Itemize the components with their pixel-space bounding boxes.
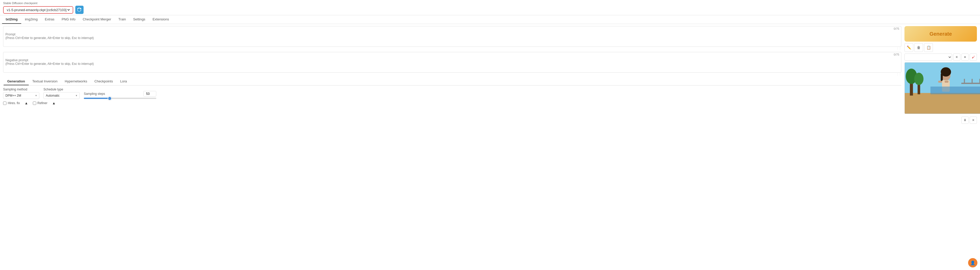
hires-fix-checkbox[interactable] [3, 101, 6, 105]
trash-icon: 🗑 [917, 46, 921, 50]
pen-button[interactable]: ✏️ [904, 43, 913, 52]
clipboard-button[interactable]: 📋 [924, 43, 933, 52]
top-bar: Stable Diffusion checkpoint v1-5-pruned-… [0, 0, 980, 15]
refiner-checkbox[interactable] [33, 101, 36, 105]
clipboard-icon: 📋 [926, 46, 931, 50]
style-select[interactable] [904, 54, 952, 61]
right-panel: Generate ✏️ 🗑 📋 ✕ ▾ 🖌 [904, 26, 977, 124]
sub-tab-checkpoints[interactable]: Checkpoints [91, 78, 117, 85]
prompt-area: 0/75 ⋮⋮ [3, 26, 901, 50]
hires-fix-label[interactable]: Hires. fix [3, 101, 20, 105]
trash-button[interactable]: 🗑 [914, 43, 923, 52]
image-preview [904, 62, 980, 114]
svg-rect-8 [972, 79, 973, 84]
negative-prompt-token-count: 0/75 [894, 53, 899, 56]
sub-tab-lora[interactable]: Lora [116, 78, 130, 85]
generate-button[interactable]: Generate [904, 26, 977, 42]
refresh-checkpoint-button[interactable] [75, 6, 84, 14]
tab-settings[interactable]: Settings [130, 15, 149, 24]
download-icon: ⬇ [964, 118, 966, 122]
style-apply-button[interactable]: 🖌 [970, 54, 977, 61]
checkpoint-selector: v1-5-pruned-emaonly.ckpt [cc6cb27103] [3, 6, 73, 14]
sampling-method-group: Sampling method DPM++ 2M [3, 88, 39, 99]
tab-extras[interactable]: Extras [41, 15, 58, 24]
style-selector-row: ✕ ▾ 🖌 [904, 54, 977, 61]
svg-rect-13 [941, 74, 943, 81]
prompt-token-count: 0/75 [894, 27, 899, 30]
checkpoint-select[interactable]: v1-5-pruned-emaonly.ckpt [cc6cb27103] [6, 8, 71, 12]
svg-rect-17 [930, 87, 980, 94]
left-panel: 0/75 ⋮⋮ 0/75 ⋮⋮ Generation Textual Inver… [3, 26, 901, 124]
sub-tab-generation[interactable]: Generation [4, 78, 29, 85]
svg-rect-1 [905, 93, 980, 114]
tab-png-info[interactable]: PNG Info [58, 15, 79, 24]
refiner-text: Refiner [38, 101, 48, 105]
tab-train[interactable]: Train [115, 15, 130, 24]
schedule-type-select[interactable]: Automatic [43, 92, 80, 99]
negative-prompt-input[interactable] [3, 52, 901, 73]
stable-diffusion-label: Stable Diffusion checkpoint [3, 2, 977, 5]
tab-txt2img[interactable]: txt2img [2, 15, 21, 24]
image-bottom-controls: ⬇ ✕ [904, 117, 977, 124]
sampling-steps-header: Sampling steps [84, 91, 156, 96]
chevron-down-icon: ▾ [964, 55, 966, 59]
schedule-type-group: Schedule type Automatic [43, 88, 80, 99]
main-tabs-bar: txt2img img2img Extras PNG Info Checkpoi… [0, 15, 980, 24]
paint-icon: 🖌 [972, 55, 975, 59]
tab-checkpoint-merger[interactable]: Checkpoint Merger [79, 15, 115, 24]
prompt-resize-handle[interactable]: ⋮⋮ [3, 47, 901, 50]
svg-rect-15 [938, 81, 942, 83]
close-icon: ✕ [955, 55, 958, 59]
style-chevron-button[interactable]: ▾ [961, 54, 969, 61]
negative-prompt-resize-handle[interactable]: ⋮⋮ [3, 73, 901, 76]
download-button[interactable]: ⬇ [961, 117, 969, 124]
svg-rect-7 [964, 79, 965, 84]
sampling-method-select[interactable]: DPM++ 2M [3, 92, 39, 99]
hires-fix-text: Hires. fix [8, 101, 20, 105]
sub-tabs-bar: Generation Textual Inversion Hypernetwor… [3, 78, 901, 85]
sampling-steps-group: Sampling steps [84, 91, 156, 99]
pen-icon: ✏️ [907, 46, 911, 50]
negative-prompt-area: 0/75 ⋮⋮ [3, 52, 901, 76]
prompt-input[interactable] [3, 26, 901, 47]
sampling-steps-label: Sampling steps [84, 92, 105, 96]
hires-fix-arrow[interactable]: ▲ [24, 101, 29, 106]
style-close-button[interactable]: ✕ [953, 54, 960, 61]
refiner-label[interactable]: Refiner [33, 101, 48, 105]
sampling-steps-value[interactable] [143, 91, 156, 96]
schedule-type-select-wrapper: Automatic [43, 92, 80, 99]
sampling-method-label: Sampling method [3, 88, 39, 91]
checkpoint-row: v1-5-pruned-emaonly.ckpt [cc6cb27103] [3, 6, 977, 14]
svg-point-5 [914, 73, 924, 85]
sampling-method-select-wrapper: DPM++ 2M [3, 92, 39, 99]
sub-tab-textual-inversion[interactable]: Textual Inversion [29, 78, 61, 85]
schedule-type-label: Schedule type [43, 88, 80, 91]
close-icon: ✕ [972, 118, 975, 122]
tab-img2img[interactable]: img2img [21, 15, 41, 24]
image-preview-placeholder [905, 63, 980, 114]
controls-row: Sampling method DPM++ 2M Schedule type A… [3, 88, 901, 99]
checkbox-row: Hires. fix ▲ Refiner ▲ [3, 101, 901, 106]
sampling-steps-slider[interactable] [84, 98, 156, 99]
main-content: 0/75 ⋮⋮ 0/75 ⋮⋮ Generation Textual Inver… [0, 24, 980, 126]
tab-extensions[interactable]: Extensions [149, 15, 173, 24]
refiner-arrow[interactable]: ▲ [51, 101, 56, 106]
svg-rect-16 [945, 81, 948, 83]
sub-tab-hypernetworks[interactable]: Hypernetworks [61, 78, 91, 85]
action-buttons: ✏️ 🗑 📋 [904, 43, 977, 52]
image-close-button[interactable]: ✕ [970, 117, 977, 124]
